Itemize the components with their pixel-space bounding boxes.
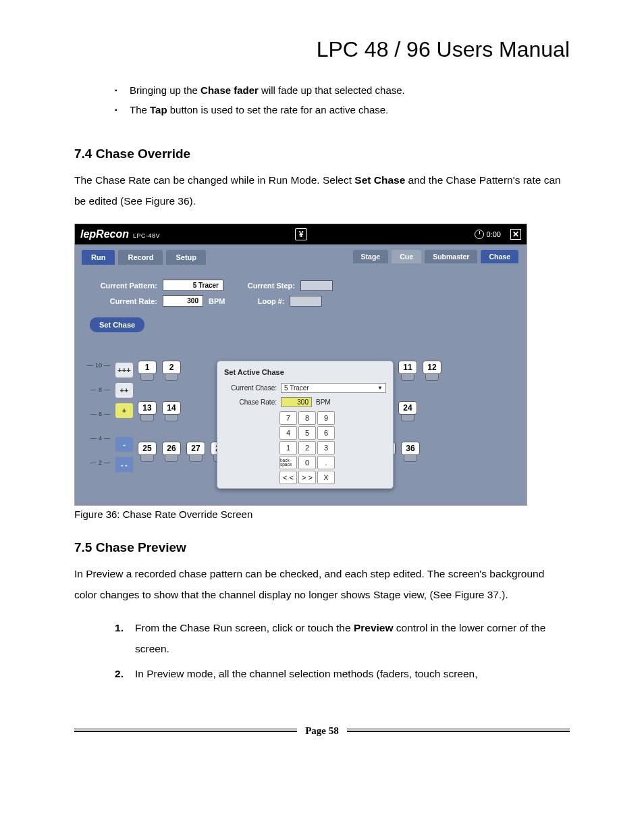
current-step-value: [300, 280, 333, 291]
tab-cue[interactable]: Cue: [392, 250, 421, 263]
tab-setup[interactable]: Setup: [166, 250, 206, 265]
axis-tick-6: 6: [90, 411, 110, 417]
keypad-7[interactable]: 7: [279, 411, 297, 425]
tab-chase[interactable]: Chase: [481, 250, 518, 263]
current-chase-value: 5 Tracer: [284, 384, 309, 392]
keypad-backspace[interactable]: back- space: [279, 456, 297, 469]
keypad-left[interactable]: < <: [279, 471, 297, 484]
text: In Preview mode, all the channel selecti…: [135, 668, 477, 679]
keypad-9[interactable]: 9: [317, 411, 335, 425]
chase-rate-unit: BPM: [316, 398, 331, 406]
step-1: From the Chase Run screen, click or touc…: [115, 617, 570, 659]
numeric-keypad: 7 8 9 4 5 6 1 2 3 back- space 0 . < < > …: [279, 411, 386, 484]
document-title: LPC 48 / 96 Users Manual: [74, 37, 570, 62]
term-set-chase: Set Chase: [354, 174, 405, 186]
current-pattern-label: Current Pattern:: [90, 282, 157, 290]
section-7-5-body: In Preview a recorded chase pattern can …: [74, 563, 570, 605]
axis-tick-8: 8: [90, 386, 110, 393]
main-tabs: Run Record Setup: [82, 250, 207, 265]
keypad-1[interactable]: 1: [279, 441, 297, 454]
clock-icon: [475, 230, 484, 239]
set-active-chase-dialog: Set Active Chase Current Chase: 5 Tracer…: [217, 361, 394, 489]
text: From the Chase Run screen, click or touc…: [135, 622, 354, 633]
text: button is used to set the rate for an ac…: [167, 104, 389, 115]
tab-run[interactable]: Run: [82, 250, 115, 265]
keypad-x[interactable]: X: [317, 471, 335, 484]
bullet-chase-fader: Bringing up the Chase fader will fade up…: [115, 81, 570, 101]
set-chase-button[interactable]: Set Chase: [90, 317, 144, 332]
channel-11[interactable]: 11: [398, 361, 418, 381]
current-chase-dropdown[interactable]: 5 Tracer ▼: [281, 383, 386, 393]
axis-tick-4: 4: [90, 435, 110, 442]
view-tabs: Stage Cue Submaster Chase: [353, 250, 520, 263]
figure-36-screenshot: lepRecon LPC-48V ¥ 0:00 ✕ Run Record Set…: [74, 224, 527, 506]
current-rate-label: Current Rate:: [90, 297, 157, 305]
term-chase-fader: Chase fader: [200, 84, 259, 96]
status-block: Current Pattern: 5 Tracer Current Step: …: [90, 280, 512, 307]
text: Bringing up the: [130, 84, 200, 96]
dropdown-caret-icon: ▼: [377, 385, 383, 391]
text: The: [130, 104, 150, 115]
channel-13[interactable]: 13: [137, 401, 157, 421]
term-tap: Tap: [150, 104, 167, 115]
tab-record[interactable]: Record: [118, 250, 163, 265]
dec-minus1-button[interactable]: -: [115, 436, 134, 452]
tool-icon[interactable]: ¥: [295, 228, 307, 240]
keypad-right[interactable]: > >: [298, 471, 316, 484]
term-preview: Preview: [354, 622, 394, 633]
channel-25[interactable]: 25: [137, 442, 157, 462]
channel-1[interactable]: 1: [137, 361, 157, 381]
keypad-dot[interactable]: .: [317, 456, 335, 469]
section-7-5-heading: 7.5 Chase Preview: [74, 540, 570, 555]
rate-unit: BPM: [209, 297, 225, 305]
channel-14[interactable]: 14: [161, 401, 182, 421]
channel-26[interactable]: 26: [161, 442, 182, 462]
keypad-3[interactable]: 3: [317, 441, 335, 454]
channel-27[interactable]: 27: [186, 442, 206, 462]
section-7-4-body: The Chase Rate can be changed while in R…: [74, 170, 570, 211]
current-step-label: Current Step:: [241, 282, 295, 290]
text: will fade up that selected chase.: [259, 84, 405, 96]
section-7-5-steps: From the Chase Run screen, click or touc…: [115, 617, 570, 684]
keypad-2[interactable]: 2: [298, 441, 316, 454]
increment-buttons: +++ ++ + - - -: [114, 359, 134, 505]
chase-rate-input[interactable]: 300: [281, 397, 312, 407]
channel-12[interactable]: 12: [422, 361, 442, 381]
keypad-6[interactable]: 6: [317, 426, 335, 440]
inc-plus1-button[interactable]: +: [115, 402, 134, 419]
step-2: In Preview mode, all the channel selecti…: [115, 663, 570, 684]
model-text: LPC-48V: [133, 232, 160, 239]
chase-rate-label: Chase Rate:: [224, 398, 277, 406]
section-7-4-heading: 7.4 Chase Override: [74, 147, 570, 161]
keypad-0[interactable]: 0: [298, 456, 316, 469]
clock: 0:00: [475, 230, 501, 239]
keypad-5[interactable]: 5: [298, 426, 316, 440]
channel-24[interactable]: 24: [398, 401, 418, 421]
inc-plus2-button[interactable]: ++: [115, 382, 134, 398]
app-titlebar: lepRecon LPC-48V ¥ 0:00 ✕: [75, 224, 527, 244]
dec-minus2-button[interactable]: - -: [115, 457, 134, 473]
loop-label: Loop #:: [242, 297, 284, 305]
bullet-tap: The Tap button is used to set the rate f…: [115, 101, 570, 120]
tab-stage[interactable]: Stage: [353, 250, 389, 263]
inc-plus3-button[interactable]: +++: [115, 362, 134, 378]
current-chase-label: Current Chase:: [224, 384, 277, 392]
keypad-4[interactable]: 4: [279, 426, 297, 440]
current-rate-value: 300: [163, 295, 203, 307]
channel-2[interactable]: 2: [161, 361, 182, 381]
tab-submaster[interactable]: Submaster: [425, 250, 477, 263]
keypad-8[interactable]: 8: [298, 411, 316, 425]
axis-tick-10: 10: [87, 362, 110, 369]
channel-36[interactable]: 36: [400, 442, 421, 462]
text: The Chase Rate can be changed while in R…: [74, 174, 354, 186]
close-icon[interactable]: ✕: [510, 229, 521, 240]
loop-value: [290, 296, 322, 307]
intro-bullets: Bringing up the Chase fader will fade up…: [115, 81, 570, 120]
figure-36-caption: Figure 36: Chase Rate Override Screen: [74, 509, 570, 520]
clock-time: 0:00: [487, 230, 501, 238]
level-axis: 10 8 6 4 2: [84, 359, 111, 505]
current-pattern-value: 5 Tracer: [163, 280, 223, 291]
page-number: Page 58: [297, 725, 347, 736]
set-chase-label: Set Chase: [99, 321, 135, 329]
dialog-title: Set Active Chase: [224, 368, 386, 376]
